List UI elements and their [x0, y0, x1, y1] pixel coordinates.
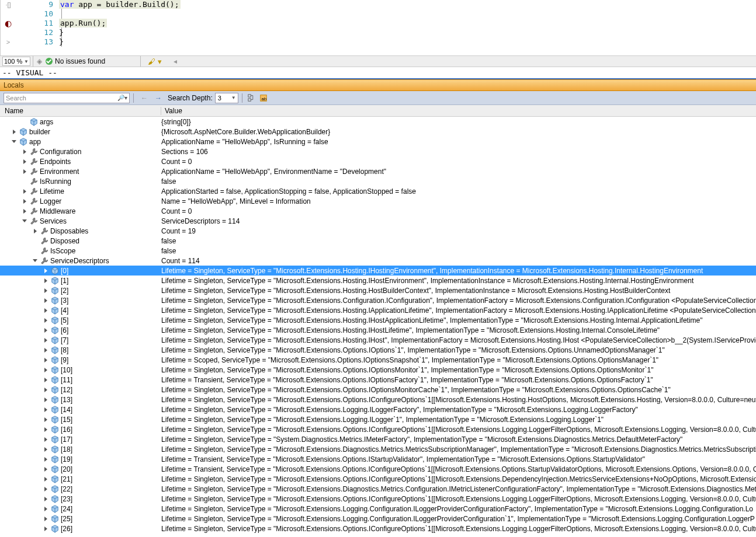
- tree-row[interactable]: [3]Lifetime = Singleton, ServiceType = "…: [0, 295, 756, 305]
- code-editor[interactable]: ·[] ◐ > 9 var app = builder.Build();1011…: [0, 0, 756, 55]
- tree-row[interactable]: [4]Lifetime = Singleton, ServiceType = "…: [0, 305, 756, 315]
- expand-icon[interactable]: [42, 367, 49, 374]
- expand-icon[interactable]: [21, 158, 28, 165]
- depth-selector[interactable]: 3▼: [215, 93, 238, 103]
- tree-row[interactable]: [14]Lifetime = Singleton, ServiceType = …: [0, 405, 756, 414]
- expand-icon[interactable]: [32, 228, 39, 235]
- expand-icon[interactable]: [42, 347, 49, 354]
- tree-row[interactable]: [0]Lifetime = Singleton, ServiceType = "…: [0, 266, 756, 276]
- tree-row[interactable]: [19]Lifetime = Transient, ServiceType = …: [0, 454, 756, 464]
- tree-row[interactable]: EndpointsCount = 0: [0, 156, 756, 166]
- tree-row[interactable]: IsScopefalse: [0, 246, 756, 256]
- expand-icon[interactable]: [21, 118, 28, 125]
- expand-icon[interactable]: [21, 178, 28, 185]
- search-icon[interactable]: 🔎▾: [117, 95, 127, 101]
- locals-tree[interactable]: args{string[0]}builder{Microsoft.AspNetC…: [0, 117, 756, 533]
- expand-icon[interactable]: [21, 198, 28, 205]
- expand-icon[interactable]: [42, 307, 49, 314]
- expand-icon[interactable]: [21, 168, 28, 175]
- expand-icon[interactable]: [42, 406, 49, 413]
- expand-icon[interactable]: [42, 416, 49, 423]
- expand-icon[interactable]: [42, 386, 49, 393]
- forward-icon[interactable]: →: [155, 94, 162, 102]
- tree-row[interactable]: LifetimeApplicationStarted = false, Appl…: [0, 186, 756, 196]
- tree-row[interactable]: [24]Lifetime = Singleton, ServiceType = …: [0, 504, 756, 514]
- expand-icon[interactable]: [21, 218, 28, 225]
- tree-row[interactable]: MiddlewareCount = 0: [0, 206, 756, 216]
- tree-row[interactable]: [23]Lifetime = Singleton, ServiceType = …: [0, 494, 756, 504]
- tree-row[interactable]: [16]Lifetime = Singleton, ServiceType = …: [0, 424, 756, 434]
- expand-icon[interactable]: [21, 208, 28, 215]
- expand-icon[interactable]: [42, 277, 49, 284]
- tree-row[interactable]: [25]Lifetime = Singleton, ServiceType = …: [0, 514, 756, 524]
- expand-icon[interactable]: [21, 148, 28, 155]
- expand-icon[interactable]: [11, 128, 18, 135]
- expand-icon[interactable]: [11, 138, 18, 145]
- tree-row[interactable]: [20]Lifetime = Transient, ServiceType = …: [0, 464, 756, 474]
- tree-row[interactable]: builder{Microsoft.AspNetCore.Builder.Web…: [0, 127, 756, 137]
- expand-icon[interactable]: [42, 466, 49, 473]
- expand-icon[interactable]: [42, 426, 49, 433]
- tree-row[interactable]: [9]Lifetime = Scoped, ServiceType = "Mic…: [0, 355, 756, 365]
- expand-icon[interactable]: [42, 446, 49, 453]
- tree-row[interactable]: [13]Lifetime = Singleton, ServiceType = …: [0, 395, 756, 405]
- expand-icon[interactable]: [32, 257, 39, 264]
- issues-status[interactable]: No issues found: [46, 57, 105, 65]
- tree-row[interactable]: EnvironmentApplicationName = "HelloWebAp…: [0, 166, 756, 176]
- tree-row[interactable]: [22]Lifetime = Singleton, ServiceType = …: [0, 484, 756, 494]
- tree-row[interactable]: ServiceDescriptorsCount = 114: [0, 256, 756, 266]
- tree-view-icon[interactable]: [247, 93, 257, 103]
- expand-icon[interactable]: [42, 525, 49, 532]
- expand-icon[interactable]: [42, 476, 49, 483]
- tree-row[interactable]: appApplicationName = "HelloWebApp", IsRu…: [0, 137, 756, 147]
- tree-row[interactable]: [2]Lifetime = Singleton, ServiceType = "…: [0, 285, 756, 295]
- tree-row[interactable]: [17]Lifetime = Singleton, ServiceType = …: [0, 434, 756, 444]
- tree-row[interactable]: Disposedfalse: [0, 236, 756, 246]
- tree-row[interactable]: [18]Lifetime = Singleton, ServiceType = …: [0, 444, 756, 454]
- tree-row[interactable]: [1]Lifetime = Singleton, ServiceType = "…: [0, 276, 756, 285]
- tree-row[interactable]: [8]Lifetime = Singleton, ServiceType = "…: [0, 345, 756, 355]
- tree-row[interactable]: [6]Lifetime = Singleton, ServiceType = "…: [0, 325, 756, 335]
- tree-row[interactable]: [5]Lifetime = Singleton, ServiceType = "…: [0, 315, 756, 325]
- tree-row[interactable]: [21]Lifetime = Singleton, ServiceType = …: [0, 474, 756, 484]
- col-value[interactable]: Value: [161, 107, 182, 115]
- tree-row[interactable]: ConfigurationSections = 106: [0, 147, 756, 156]
- tree-row[interactable]: [7]Lifetime = Singleton, ServiceType = "…: [0, 335, 756, 345]
- expand-icon[interactable]: [32, 238, 39, 245]
- expand-icon[interactable]: [42, 376, 49, 383]
- expand-icon[interactable]: [42, 357, 49, 364]
- expand-icon[interactable]: [21, 188, 28, 195]
- zoom-selector[interactable]: 100 %▼: [0, 56, 33, 67]
- expand-icon[interactable]: [32, 247, 39, 254]
- tree-row[interactable]: LoggerName = "HelloWebApp", MinLevel = I…: [0, 196, 756, 206]
- expand-icon[interactable]: [42, 337, 49, 344]
- tree-row[interactable]: ServicesServiceDescriptors = 114: [0, 216, 756, 226]
- tree-row[interactable]: [15]Lifetime = Singleton, ServiceType = …: [0, 414, 756, 424]
- highlight-icon[interactable]: ab: [258, 93, 269, 103]
- expand-icon[interactable]: [42, 496, 49, 503]
- expand-icon[interactable]: [42, 267, 49, 274]
- expand-icon[interactable]: [42, 297, 49, 304]
- expand-icon[interactable]: [42, 396, 49, 403]
- col-name[interactable]: Name: [0, 107, 161, 115]
- locals-panel-header[interactable]: Locals: [0, 79, 756, 91]
- tree-row[interactable]: [12]Lifetime = Singleton, ServiceType = …: [0, 385, 756, 395]
- expand-icon[interactable]: [42, 436, 49, 443]
- expand-icon[interactable]: [42, 456, 49, 463]
- format-icon[interactable]: 🖌 ▾: [148, 57, 162, 66]
- tree-row[interactable]: DisposablesCount = 19: [0, 226, 756, 236]
- nav-prev-icon[interactable]: ◂: [174, 57, 177, 65]
- tree-row[interactable]: [11]Lifetime = Transient, ServiceType = …: [0, 375, 756, 385]
- expand-icon[interactable]: [42, 515, 49, 522]
- toggle-icon[interactable]: ◈: [37, 57, 42, 65]
- expand-icon[interactable]: [42, 327, 49, 334]
- back-icon[interactable]: ←: [141, 94, 148, 102]
- breakpoint-icon[interactable]: ◐: [1, 19, 16, 28]
- expand-icon[interactable]: [42, 317, 49, 324]
- expand-icon[interactable]: [42, 486, 49, 493]
- expand-icon[interactable]: [42, 287, 49, 294]
- search-input[interactable]: Search 🔎▾: [4, 93, 130, 103]
- tree-row[interactable]: args{string[0]}: [0, 117, 756, 127]
- tree-row[interactable]: [26]Lifetime = Singleton, ServiceType = …: [0, 524, 756, 533]
- tree-row[interactable]: IsRunningfalse: [0, 176, 756, 186]
